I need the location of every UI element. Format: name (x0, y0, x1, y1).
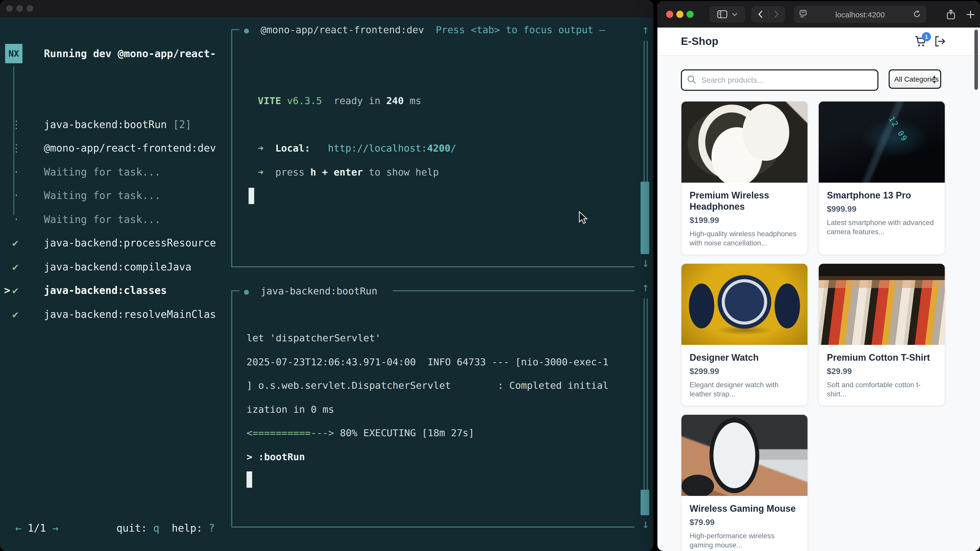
task-row: ·Waiting for task... (0, 136, 230, 160)
task-status-icon: · (11, 207, 21, 231)
vite-help-line: ➜ press h + enter to show help (258, 164, 439, 179)
category-select[interactable]: All Categories ▲▼ (889, 69, 941, 89)
nav-divider (768, 9, 768, 19)
close-window-icon[interactable] (666, 11, 673, 18)
browser-toolbar: localhost:4200 (657, 1, 980, 28)
logout-icon (934, 36, 946, 47)
address-bar[interactable]: localhost:4200 (794, 6, 926, 23)
panel2-bullet-icon: ● (244, 287, 249, 297)
sidebar-toggle-button[interactable] (710, 6, 745, 22)
mouse-pointer (578, 211, 590, 224)
page-settings-icon[interactable] (799, 10, 807, 18)
refresh-icon[interactable] (913, 10, 921, 18)
panel2-border-left (231, 290, 232, 527)
product-description: High-quality wireless headphones with no… (690, 229, 799, 248)
task-row: ⋮@mono-app/react-frontend:dev (0, 113, 230, 136)
product-card[interactable]: Designer Watch $299.99 Elegant designer … (681, 263, 808, 406)
check-icon: ✔ (12, 255, 18, 279)
browser-scrollbar-thumb[interactable] (974, 30, 978, 90)
completed-task-row: > ✔ java-backend:classes (0, 279, 230, 302)
nx-logo: NX (5, 44, 22, 63)
product-card[interactable]: Premium Wireless Headphones $199.99 High… (681, 101, 808, 255)
search-icon (687, 75, 696, 84)
log-line: ization in 0 ms (247, 402, 334, 417)
product-title: Premium Cotton T-Shirt (827, 352, 937, 363)
minimize-window-icon[interactable] (16, 5, 23, 12)
shop-brand: E-Shop (681, 27, 718, 55)
zoom-window-icon[interactable] (687, 11, 694, 18)
screen: NX Running dev @mono-app/react- ⋮java-ba… (0, 0, 980, 551)
search-input[interactable] (700, 70, 871, 89)
share-button[interactable] (943, 6, 959, 22)
panel2-cursor (247, 472, 252, 488)
panel1-hint: Press <tab> to focus output — (436, 24, 605, 35)
product-card-body: Smartphone 13 Pro $999.99 Latest smartph… (819, 183, 945, 243)
product-card[interactable]: Premium Cotton T-Shirt $29.99 Soft and c… (818, 263, 945, 406)
product-price: $999.99 (827, 205, 937, 214)
panel1-bullet-icon: ● (244, 25, 249, 35)
task-label: Waiting for task... (44, 213, 161, 225)
pager[interactable]: ← 1/1 → (15, 520, 59, 536)
log-line: ] o.s.web.servlet.DispatcherServlet : Co… (247, 378, 608, 393)
panel2-scroll-down-icon[interactable]: ↓ (638, 516, 653, 532)
zoom-window-icon[interactable] (27, 5, 33, 12)
panel1-header[interactable]: ● @mono-app/react-frontend:dev Press <ta… (244, 22, 605, 37)
select-stepper-icon: ▲▼ (932, 74, 937, 85)
task-list: ⋮java-backend:bootRun [2] ⋮@mono-app/rea… (0, 89, 230, 207)
log-line: 2025-07-23T12:06:43.971-04:00 INFO 64733… (247, 354, 608, 369)
completed-task-label: java-backend:resolveMainClas (44, 302, 216, 326)
browser-window: localhost:4200 E-Shop 1 (657, 1, 980, 551)
run-heading: Running dev @mono-app/react- (44, 44, 216, 63)
help-label: help: (172, 522, 202, 534)
product-price: $299.99 (690, 367, 799, 376)
logout-button[interactable] (934, 36, 946, 49)
completed-task-row: ✔ java-backend:compileJava (0, 255, 230, 279)
panel2-scroll-up-icon[interactable]: ↑ (638, 279, 653, 295)
product-image (681, 264, 808, 345)
product-price: $199.99 (690, 216, 799, 225)
product-description: High-performance wireless gaming mouse..… (690, 531, 799, 549)
help-key: ? (208, 522, 215, 534)
product-price: $29.99 (827, 367, 937, 376)
forward-icon[interactable] (773, 10, 779, 18)
chevron-down-icon (732, 13, 738, 16)
panel1-border-stub (231, 29, 239, 30)
plus-icon (966, 10, 975, 19)
completed-task-row: ✔ java-backend:processResource (0, 231, 230, 255)
completed-task-row: ✔ java-backend:resolveMainClas (0, 302, 230, 326)
panel1-scroll-track2 (647, 41, 648, 182)
product-title: Smartphone 13 Pro (827, 190, 937, 201)
product-image (819, 264, 945, 345)
panel2-scroll-track[interactable] (644, 299, 645, 490)
local-url[interactable]: http://localhost:4200/ (328, 142, 456, 154)
terminal-titlebar[interactable] (0, 0, 653, 17)
panel2-scroll-track2 (647, 299, 648, 490)
close-window-icon[interactable] (6, 5, 13, 12)
quit-label: quit: (116, 522, 147, 534)
panel2-header[interactable]: ● java-backend:bootRun (244, 283, 377, 299)
panel1-border-left (231, 29, 232, 267)
product-card-body: Premium Cotton T-Shirt $29.99 Soft and c… (819, 345, 945, 406)
new-tab-button[interactable] (963, 6, 978, 22)
panel1-scroll-up-icon[interactable]: ↑ (638, 22, 653, 37)
panel2-scroll-thumb[interactable] (641, 490, 649, 515)
product-card-body: Designer Watch $299.99 Elegant designer … (681, 345, 808, 406)
panel1-scroll-track[interactable] (644, 41, 645, 182)
back-icon[interactable] (758, 10, 763, 18)
panel1-scroll-thumb[interactable] (641, 182, 649, 254)
product-image: 12 09 (819, 102, 945, 183)
product-description: Latest smartphone with advanced camera f… (827, 218, 937, 236)
panel2-border-stub (231, 290, 239, 291)
selected-chevron-icon: > (4, 279, 10, 302)
product-card-body: Wireless Gaming Mouse $79.99 High-perfor… (681, 496, 808, 551)
pager-prev-icon: ← (15, 522, 21, 534)
product-card[interactable]: 12 09 Smartphone 13 Pro $999.99 Latest s… (818, 101, 945, 255)
product-card[interactable]: Wireless Gaming Mouse $79.99 High-perfor… (681, 414, 808, 551)
filter-row: All Categories ▲▼ (681, 69, 945, 89)
minimize-window-icon[interactable] (676, 11, 683, 18)
product-card-body: Premium Wireless Headphones $199.99 High… (681, 183, 808, 254)
panel1-scroll-down-icon[interactable]: ↓ (638, 255, 653, 270)
panel2-border-bottom (231, 527, 635, 527)
pager-count: 1/1 (27, 522, 46, 534)
cart-button[interactable]: 1 (915, 36, 927, 49)
